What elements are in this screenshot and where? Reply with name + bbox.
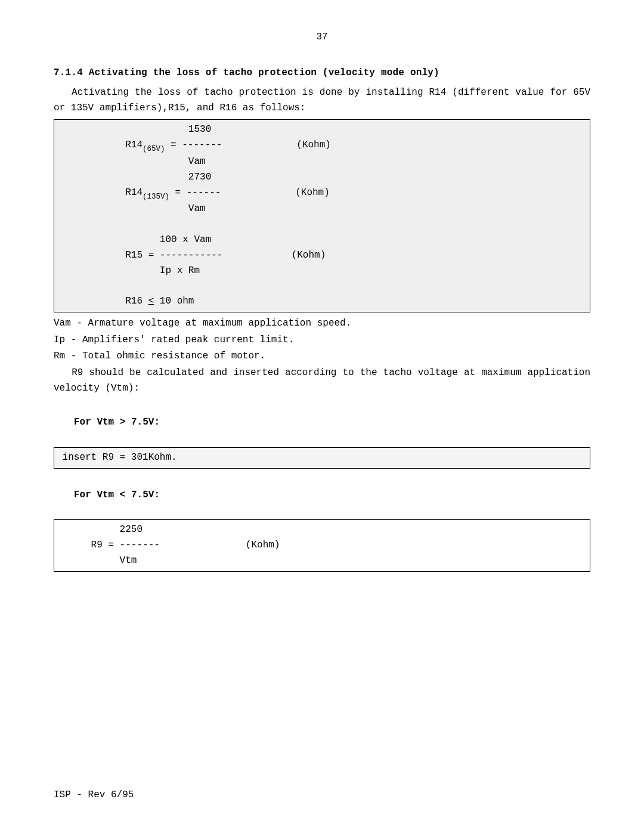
r14-135-equation: R14(135V) = ------ (Kohm) [57,185,587,202]
r14-65-equation: R14(65V) = ------- (Kohm) [57,138,587,154]
r9-box-1: insert R9 = 301Kohm. [54,447,590,469]
r9-equation: R9 = ------- (Kohm) [57,538,587,553]
def-ip: Ip - Amplifiers' rated peak current limi… [54,333,590,348]
r14-65-denominator: Vam [57,154,587,170]
r16-pre: R16 [57,296,148,306]
def-rm: Rm - Total ohmic resistance of motor. [54,349,590,364]
r14-135-denominator: Vam [57,202,587,217]
r9-box-2: 2250 R9 = ------- (Kohm) Vtm [54,519,590,572]
section-heading: 7.1.4 Activating the loss of tacho prote… [54,66,590,81]
r16-lte-symbol: < [148,296,154,306]
intro-paragraph: Activating the loss of tacho protection … [54,85,590,116]
r9-paragraph: R9 should be calculated and inserted acc… [54,366,590,396]
spacer [54,400,590,415]
r15-denominator: Ip x Rm [57,264,587,279]
r14-65-pre: R14 [57,140,143,150]
r9-box-1-text: insert R9 = 301Kohm. [57,450,587,466]
formula-box-main: 1530 R14(65V) = ------- (Kohm) Vam 2730 … [54,119,590,312]
r14-65-subscript: (65V) [143,145,165,153]
r14-135-subscript: (135V) [143,193,169,201]
page: 37 7.1.4 Activating the loss of tacho pr… [0,0,644,833]
blank-line-2 [57,278,587,294]
spacer [54,472,590,488]
vtm-gt-label: For Vtm > 7.5V: [54,415,590,431]
blank-line-1 [57,217,587,233]
r16-line: R16 < 10 ohm [57,294,587,309]
footer: ISP - Rev 6/95 [54,788,134,803]
r14-65-numerator: 1530 [57,122,587,138]
r9-denominator: Vtm [57,553,587,569]
r14-135-pre: R14 [57,187,143,198]
r9-numerator: 2250 [57,522,587,538]
r14-65-post: = ------- (Kohm) [165,140,330,150]
vtm-lt-label: For Vtm < 7.5V: [54,488,590,503]
spacer [54,503,590,518]
spacer [54,431,590,446]
page-number: 37 [54,30,590,45]
def-vam: Vam - Armature voltage at maximum applic… [54,316,590,332]
r14-135-numerator: 2730 [57,170,587,185]
r15-numerator: 100 x Vam [57,233,587,248]
r15-equation: R15 = ----------- (Kohm) [57,248,587,264]
r16-post: 10 ohm [154,296,194,306]
r14-135-post: = ------ (Kohm) [169,187,330,198]
